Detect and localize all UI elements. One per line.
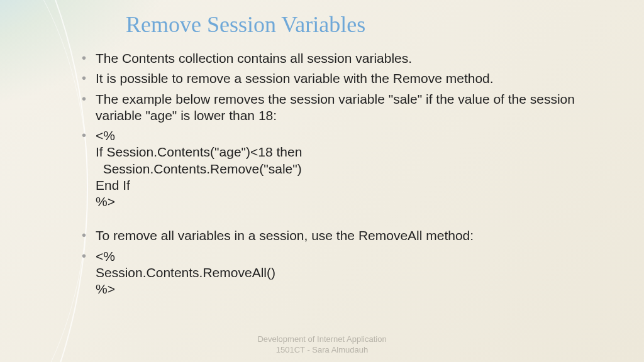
bullet-item: The Contents collection contains all ses… xyxy=(82,50,606,67)
footer-line-1: Development of Internet Application xyxy=(0,334,644,345)
decorative-arc xyxy=(0,0,88,362)
slide-title: Remove Session Variables xyxy=(126,11,365,38)
bullet-item: The example below removes the session va… xyxy=(82,91,606,124)
bullet-text: To remove all variables in a session, us… xyxy=(96,228,474,243)
footer-line-2: 1501CT - Sara Almudauh xyxy=(0,345,644,356)
bullet-item: To remove all variables in a session, us… xyxy=(82,228,606,244)
slide-footer: Development of Internet Application 1501… xyxy=(0,334,644,356)
bullet-item: <% Session.Contents.RemoveAll() %> xyxy=(82,248,606,298)
bullet-text: It is possible to remove a session varia… xyxy=(96,71,494,85)
slide-content: The Contents collection contains all ses… xyxy=(82,50,606,301)
code-block: <% If Session.Contents("age")<18 then Se… xyxy=(96,128,302,209)
bullet-text: The Contents collection contains all ses… xyxy=(96,51,412,65)
bullet-text: The example below removes the session va… xyxy=(96,92,575,123)
decorative-arc xyxy=(0,0,88,362)
code-block: <% Session.Contents.RemoveAll() %> xyxy=(96,249,275,297)
slide: Remove Session Variables The Contents co… xyxy=(0,0,644,362)
bullet-item: It is possible to remove a session varia… xyxy=(82,70,606,87)
bullet-item: <% If Session.Contents("age")<18 then Se… xyxy=(82,128,606,210)
